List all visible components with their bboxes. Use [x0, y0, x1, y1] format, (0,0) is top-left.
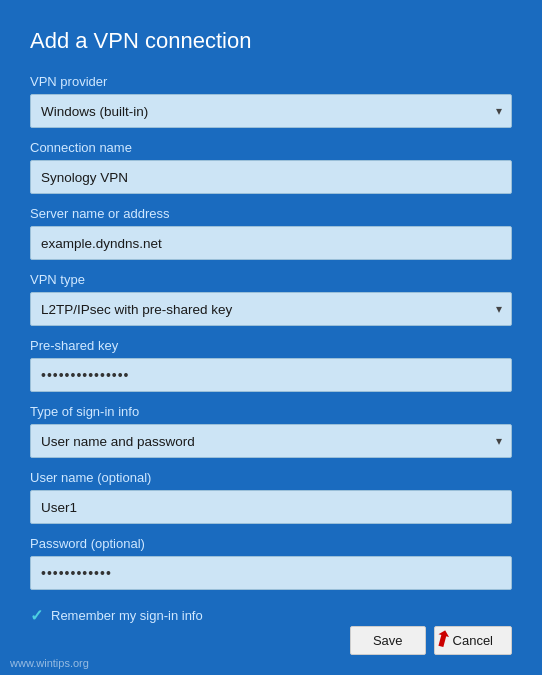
- pre-shared-key-input[interactable]: [30, 358, 512, 392]
- cancel-button[interactable]: Cancel: [434, 626, 512, 655]
- vpn-dialog: Add a VPN connection VPN provider Window…: [0, 0, 542, 675]
- vpn-provider-select[interactable]: Windows (built-in): [30, 94, 512, 128]
- sign-in-type-label: Type of sign-in info: [30, 404, 512, 419]
- page-title: Add a VPN connection: [30, 28, 512, 54]
- remember-signin-label[interactable]: Remember my sign-in info: [51, 608, 203, 623]
- connection-name-label: Connection name: [30, 140, 512, 155]
- pre-shared-key-label: Pre-shared key: [30, 338, 512, 353]
- sign-in-type-select[interactable]: User name and password: [30, 424, 512, 458]
- password-input[interactable]: [30, 556, 512, 590]
- vpn-type-select[interactable]: L2TP/IPsec with pre-shared key: [30, 292, 512, 326]
- sign-in-type-wrapper: User name and password ▾: [30, 424, 512, 458]
- username-label: User name (optional): [30, 470, 512, 485]
- vpn-provider-wrapper: Windows (built-in) ▾: [30, 94, 512, 128]
- vpn-type-wrapper: L2TP/IPsec with pre-shared key ▾: [30, 292, 512, 326]
- username-input[interactable]: [30, 490, 512, 524]
- watermark-text: www.wintips.org: [10, 657, 89, 669]
- save-button[interactable]: Save: [350, 626, 426, 655]
- form-fields: VPN provider Windows (built-in) ▾ Connec…: [30, 74, 512, 655]
- vpn-type-label: VPN type: [30, 272, 512, 287]
- checkmark-icon: ✓: [30, 606, 43, 625]
- vpn-provider-label: VPN provider: [30, 74, 512, 89]
- server-address-input[interactable]: [30, 226, 512, 260]
- remember-signin-row: ✓ Remember my sign-in info: [30, 606, 512, 625]
- connection-name-input[interactable]: [30, 160, 512, 194]
- action-buttons: Save Cancel: [350, 626, 512, 655]
- password-label: Password (optional): [30, 536, 512, 551]
- server-address-label: Server name or address: [30, 206, 512, 221]
